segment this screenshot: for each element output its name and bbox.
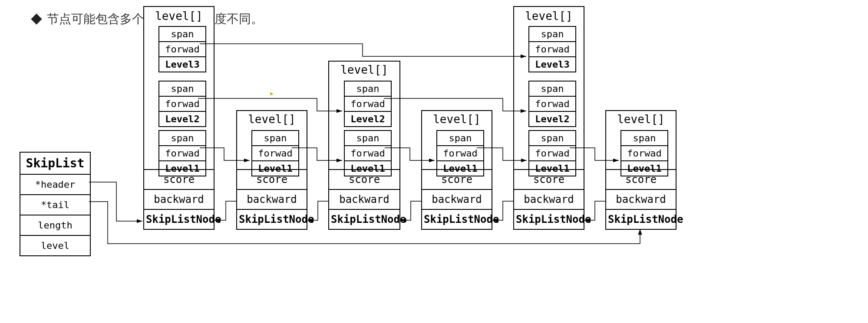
n1-l2-forward: forwad [158, 97, 206, 112]
n5-score: score [514, 169, 584, 189]
bullet-point: 节点可能包含多个 [33, 11, 144, 27]
node-6-level-array: level[] [606, 113, 676, 126]
diamond-icon [31, 13, 42, 24]
node-2-level-array: level[] [237, 113, 307, 126]
n6-score: score [606, 169, 676, 189]
diagram-canvas: 节点可能包含多个 度不同。 SkipList *header *tail len… [0, 0, 868, 323]
n3-l1-span: span [344, 130, 392, 146]
n2-backward: backward [237, 189, 307, 209]
n3-score: score [329, 169, 399, 189]
node-1: level[] span forwad Level3 span forwad L… [143, 6, 215, 230]
cursor-icon: ➤ [269, 89, 274, 98]
node-3: level[] span forwad Level2 span forwad L… [328, 61, 400, 230]
n5-l1-span: span [528, 130, 576, 146]
n5-l2-forward: forwad [528, 97, 576, 112]
n2-l1-span: span [251, 130, 299, 146]
n2-name: SkipListNode [237, 209, 307, 229]
n3-l1-forward: forwad [344, 146, 392, 161]
skiplist-field-tail: *tail [20, 194, 90, 215]
node-4-level-array: level[] [422, 113, 492, 126]
n4-score: score [422, 169, 492, 189]
n3-l2-forward: forwad [344, 97, 392, 112]
n4-l1-forward: forwad [436, 146, 484, 161]
n3-l2-span: span [344, 81, 392, 97]
n3-l2-name: Level2 [344, 112, 392, 127]
n1-l3-span: span [158, 26, 206, 42]
skiplist-field-length: length [20, 215, 90, 235]
n1-l3-forward: forwad [158, 42, 206, 57]
n5-name: SkipListNode [514, 209, 584, 229]
skiplist-title: SkipList [20, 153, 90, 174]
n5-backward: backward [514, 189, 584, 209]
n1-l3-name: Level3 [158, 57, 206, 72]
n6-l1-forward: forwad [620, 146, 668, 161]
n1-name: SkipListNode [144, 209, 214, 229]
skiplist-field-header: *header [20, 174, 90, 194]
n1-l1-forward: forwad [158, 146, 206, 161]
n5-l3-forward: forwad [528, 42, 576, 57]
skiplist-struct: SkipList *header *tail length level [20, 152, 91, 256]
text-fragment-right: 度不同。 [215, 11, 263, 27]
node-6: level[] span forwad Level1 score backwar… [605, 110, 677, 230]
n1-l1-span: span [158, 130, 206, 146]
n4-backward: backward [422, 189, 492, 209]
n6-name: SkipListNode [606, 209, 676, 229]
bullet-text: 节点可能包含多个 [47, 11, 144, 27]
n5-l3-name: Level3 [528, 57, 576, 72]
n5-l3-span: span [528, 26, 576, 42]
node-2: level[] span forwad Level1 score backwar… [236, 110, 307, 230]
n3-backward: backward [329, 189, 399, 209]
node-5: level[] span forwad Level3 span forwad L… [513, 6, 584, 230]
n3-name: SkipListNode [329, 209, 399, 229]
n6-backward: backward [606, 189, 676, 209]
node-4: level[] span forwad Level1 score backwar… [421, 110, 492, 230]
n1-l2-span: span [158, 81, 206, 97]
n1-score: score [144, 169, 214, 189]
node-3-level-array: level[] [329, 63, 399, 76]
skiplist-field-level: level [20, 235, 90, 255]
n1-backward: backward [144, 189, 214, 209]
n1-l2-name: Level2 [158, 112, 206, 127]
n4-name: SkipListNode [422, 209, 492, 229]
node-5-level-array: level[] [514, 10, 584, 23]
n4-l1-span: span [436, 130, 484, 146]
n5-l1-forward: forwad [528, 146, 576, 161]
n2-l1-forward: forwad [251, 146, 299, 161]
n5-l2-name: Level2 [528, 112, 576, 127]
node-1-level-array: level[] [144, 10, 214, 23]
n6-l1-span: span [620, 130, 668, 146]
n5-l2-span: span [528, 81, 576, 97]
n2-score: score [237, 169, 307, 189]
